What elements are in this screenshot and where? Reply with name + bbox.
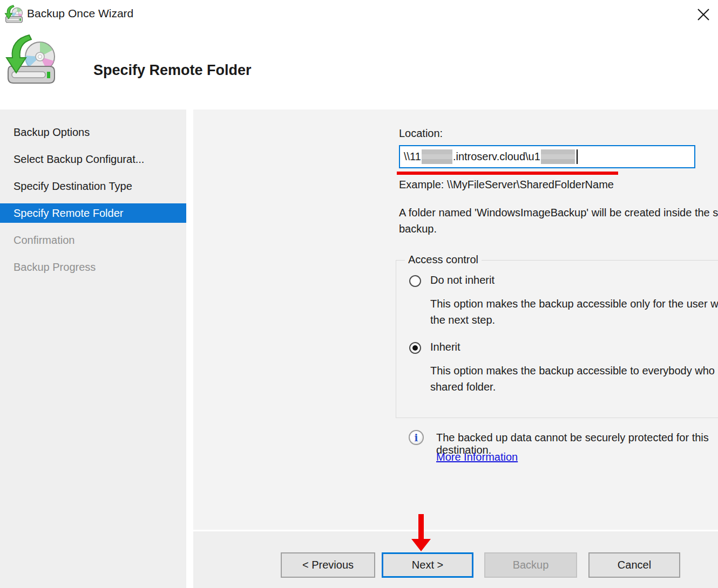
cancel-button[interactable]: Cancel [588, 552, 680, 578]
location-input[interactable]: \\11.introserv.cloud\u1 [399, 145, 695, 168]
folder-note-text: A folder named 'WindowsImageBackup' will… [399, 204, 718, 237]
sidebar-item-backup-options[interactable]: Backup Options [0, 122, 186, 142]
title-bar: Backup Once Wizard [0, 0, 718, 30]
example-text: Example: \\MyFileServer\SharedFolderName [399, 179, 614, 191]
info-icon: i [409, 430, 424, 445]
close-icon[interactable] [692, 3, 715, 26]
access-control-legend: Access control [405, 254, 482, 266]
button-bar: < Previous Next > Backup Cancel [193, 530, 718, 588]
location-label: Location: [399, 127, 443, 140]
wizard-header: Specify Remote Folder [0, 30, 718, 110]
main-panel: Location: \\11.introserv.cloud\u1 Exampl… [193, 110, 718, 530]
redacted-block [541, 149, 575, 164]
sidebar-item-backup-progress: Backup Progress [0, 257, 186, 277]
sidebar-item-confirmation: Confirmation [0, 230, 186, 250]
access-control-group: Access control Do not inherit This optio… [396, 260, 718, 418]
inherit-description: This option makes the backup accessible … [430, 363, 718, 395]
text-caret [577, 149, 578, 164]
location-value-middle: .introserv.cloud\u1 [453, 151, 540, 163]
backup-button[interactable]: Backup [484, 552, 577, 578]
sidebar-item-remote-folder-current[interactable]: Specify Remote Folder [0, 203, 186, 223]
red-underline-annotation [397, 172, 618, 175]
location-value-prefix: \\11 [404, 151, 421, 163]
inherit-radio[interactable] [409, 342, 421, 354]
window-title: Backup Once Wizard [27, 7, 133, 20]
sidebar-divider [186, 110, 193, 588]
wizard-steps-sidebar: Backup Options Select Backup Configurat.… [0, 110, 186, 588]
redacted-block [422, 149, 452, 164]
more-information-link[interactable]: More Information [436, 451, 518, 463]
do-not-inherit-description: This option makes the backup accessible … [430, 296, 718, 328]
do-not-inherit-radio[interactable] [409, 275, 421, 287]
do-not-inherit-label[interactable]: Do not inherit [430, 274, 495, 286]
page-title: Specify Remote Folder [93, 62, 252, 79]
sidebar-item-select-configuration[interactable]: Select Backup Configurat... [0, 149, 186, 169]
backup-app-icon [4, 5, 24, 24]
previous-button[interactable]: < Previous [281, 552, 375, 578]
inherit-label[interactable]: Inherit [430, 341, 460, 353]
backup-disk-icon [4, 34, 58, 88]
backup-once-wizard-window: Backup Once Wizard Specify Remote Folder… [0, 0, 718, 588]
sidebar-item-destination-type[interactable]: Specify Destination Type [0, 176, 186, 196]
next-button[interactable]: Next > [382, 552, 473, 578]
